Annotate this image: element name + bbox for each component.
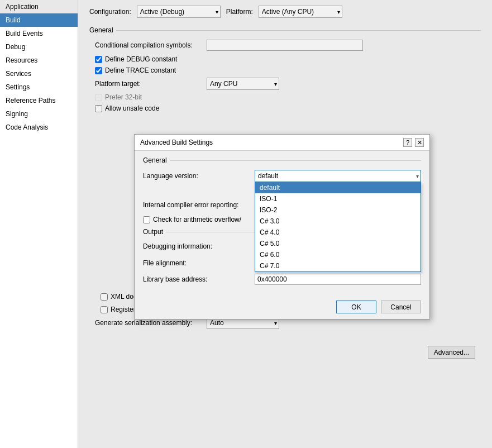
dialog-controls: ? ✕ (403, 138, 424, 147)
sidebar-item-build[interactable]: Build (0, 13, 78, 27)
dropdown-option-iso1[interactable]: ISO-1 (255, 193, 421, 204)
dropdown-option-cs40[interactable]: C# 4.0 (255, 227, 421, 238)
dialog-footer: OK Cancel (135, 295, 429, 319)
sidebar-item-reference-paths[interactable]: Reference Paths (0, 94, 78, 107)
ok-button[interactable]: OK (336, 301, 376, 313)
dropdown-option-default[interactable]: default (255, 182, 421, 193)
language-version-field[interactable]: default ▾ (255, 170, 421, 182)
sidebar-item-code-analysis[interactable]: Code Analysis (0, 121, 78, 134)
language-version-row: Language version: default ▾ default ISO-… (143, 170, 421, 182)
dialog-general-title: General (143, 156, 421, 164)
main-content: Configuration: Active (Debug) Platform: … (78, 0, 492, 448)
dropdown-option-cs60[interactable]: C# 6.0 (255, 249, 421, 260)
dropdown-option-cs70[interactable]: C# 7.0 (255, 260, 421, 271)
dialog-body: General Language version: default ▾ defa… (135, 151, 429, 295)
check-arithmetic-checkbox[interactable] (143, 216, 150, 223)
cancel-button[interactable]: Cancel (381, 301, 421, 313)
dropdown-option-cs30[interactable]: C# 3.0 (255, 216, 421, 227)
dialog-close-button[interactable]: ✕ (415, 138, 424, 147)
language-version-dropdown-list: default ISO-1 ISO-2 C# 3.0 C# 4.0 C# 5.0… (255, 182, 421, 272)
internal-compiler-label: Internal compiler error reporting: (143, 201, 255, 209)
sidebar: Application Build Build Events Debug Res… (0, 0, 78, 448)
sidebar-item-resources[interactable]: Resources (0, 54, 78, 67)
sidebar-item-debug[interactable]: Debug (0, 40, 78, 54)
sidebar-item-application[interactable]: Application (0, 0, 78, 13)
dialog-overlay: Advanced Build Settings ? ✕ General Lang… (78, 0, 492, 448)
dropdown-arrow-icon: ▾ (416, 173, 419, 179)
library-base-input[interactable] (255, 274, 421, 285)
dropdown-option-iso2[interactable]: ISO-2 (255, 204, 421, 216)
check-arithmetic-label: Check for arithmetic overflow/ (153, 216, 241, 223)
debugging-label: Debugging information: (143, 242, 255, 250)
dialog-titlebar: Advanced Build Settings ? ✕ (135, 135, 429, 151)
library-base-row: Library base address: (143, 274, 421, 285)
sidebar-item-settings[interactable]: Settings (0, 80, 78, 94)
dialog-help-button[interactable]: ? (403, 138, 412, 147)
language-version-value: default (258, 172, 278, 180)
language-version-label: Language version: (143, 172, 255, 180)
sidebar-item-build-events[interactable]: Build Events (0, 27, 78, 40)
library-base-label: Library base address: (143, 275, 255, 283)
language-version-dropdown-container: default ▾ default ISO-1 ISO-2 C# 3.0 C# … (255, 170, 421, 182)
advanced-build-settings-dialog: Advanced Build Settings ? ✕ General Lang… (134, 134, 430, 320)
sidebar-item-services[interactable]: Services (0, 67, 78, 80)
file-alignment-label: File alignment: (143, 259, 255, 267)
dropdown-option-cs50[interactable]: C# 5.0 (255, 238, 421, 249)
dialog-title: Advanced Build Settings (140, 139, 213, 146)
sidebar-item-signing[interactable]: Signing (0, 107, 78, 121)
